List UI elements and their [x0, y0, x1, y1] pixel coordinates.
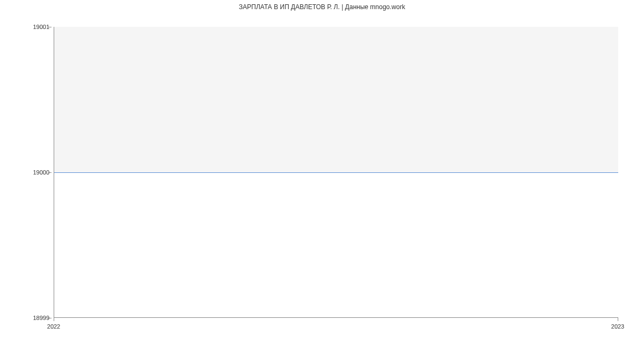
area-fill: [54, 27, 618, 172]
x-tick: [54, 318, 54, 321]
y-axis-label: 19000: [33, 169, 49, 176]
x-tick: [618, 318, 618, 321]
y-axis-label: 18999: [33, 315, 49, 321]
y-axis-label: 19001: [33, 24, 49, 30]
data-line: [54, 172, 618, 173]
plot-area: [54, 27, 618, 318]
chart-title: ЗАРПЛАТА В ИП ДАВЛЕТОВ Р. Л. | Данные mn…: [0, 3, 644, 11]
x-axis-label: 2023: [611, 323, 624, 330]
x-axis-label: 2022: [47, 323, 60, 330]
